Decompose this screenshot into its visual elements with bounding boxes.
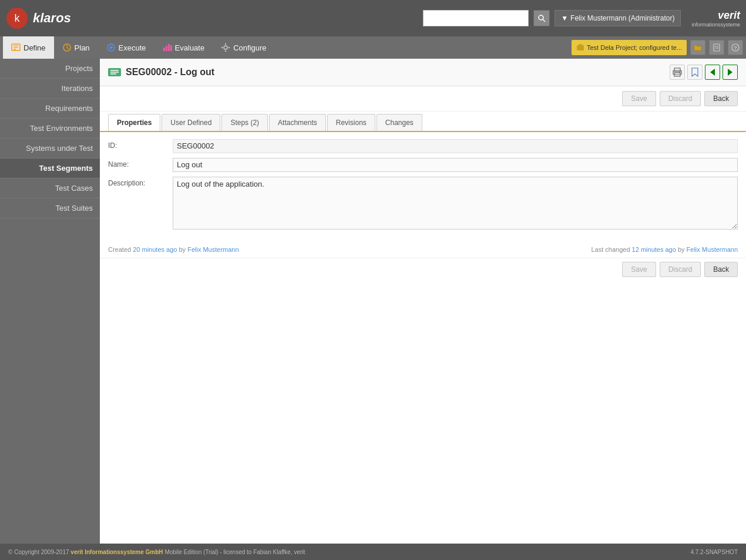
save-label-bottom: Save [631, 265, 647, 274]
changed-user[interactable]: Felix Mustermann [687, 246, 738, 253]
sidebar-item-projects[interactable]: Projects [0, 59, 100, 79]
next-button[interactable] [723, 65, 738, 80]
license-text: Mobile Edition (Trial) - licensed to Fab… [164, 549, 305, 555]
help-btn[interactable]: ? [728, 40, 743, 55]
id-value: SEG00002 [173, 139, 738, 153]
svg-rect-22 [577, 45, 584, 50]
nav-item-plan[interactable]: Plan [54, 36, 98, 59]
changed-text: Last changed [591, 246, 631, 253]
content-header: SEG00002 - Log out [100, 59, 746, 86]
tab-steps-label: Steps (2) [230, 119, 259, 127]
sidebar-item-test-suites[interactable]: Test Suites [0, 198, 100, 218]
svg-point-20 [221, 47, 223, 48]
tab-user-defined[interactable]: User Defined [162, 114, 220, 131]
sidebar-item-systems-under-test[interactable]: Systems under Test [0, 139, 100, 158]
name-row: Name: Log out [108, 158, 738, 172]
nav-item-evaluate[interactable]: Evaluate [154, 36, 213, 59]
tab-user-defined-label: User Defined [170, 119, 211, 127]
user-dropdown[interactable]: ▼ Felix Mustermann (Administrator) [555, 10, 681, 26]
description-textarea[interactable]: Log out of the application. [173, 177, 738, 230]
search-input[interactable] [423, 10, 529, 26]
tab-steps[interactable]: Steps (2) [221, 114, 268, 131]
created-text: Created [108, 246, 133, 253]
sidebar-item-test-environments[interactable]: Test Environments [0, 119, 100, 139]
svg-marker-38 [728, 69, 732, 76]
svg-point-19 [225, 50, 226, 52]
back-label-bottom: Back [713, 265, 729, 274]
nav-define-label: Define [23, 43, 46, 52]
top-right-area: ▼ Felix Mustermann (Administrator) verit… [423, 9, 740, 28]
footer-copyright: © Copyright 2009-2017 verit Informations… [8, 549, 305, 555]
segment-icon [108, 67, 121, 77]
created-time: 20 minutes ago [133, 246, 177, 253]
sidebar: Projects Iterations Requirements Test En… [0, 59, 100, 544]
sidebar-requirements-label: Requirements [45, 104, 93, 113]
sidebar-test-segments-label: Test Segments [39, 164, 93, 173]
tab-changes[interactable]: Changes [377, 114, 422, 131]
document-btn[interactable] [709, 40, 724, 55]
nav-execute-label: Execute [119, 43, 146, 52]
save-button-bottom[interactable]: Save [622, 262, 656, 277]
nav-item-configure[interactable]: Configure [213, 36, 274, 59]
prev-icon [708, 68, 717, 77]
execute-icon [106, 43, 116, 52]
footer-version: 4.7.2-SNAPSHOT [690, 549, 738, 555]
sidebar-test-environments-label: Test Environments [30, 124, 93, 133]
discard-button-bottom[interactable]: Discard [660, 262, 701, 277]
svg-marker-12 [110, 46, 113, 49]
bookmark-icon [690, 68, 700, 77]
changed-time: 12 minutes ago [632, 246, 676, 253]
bookmark-button[interactable] [687, 65, 703, 80]
nav-right: Test Dela Project; configured te... ? [572, 40, 743, 55]
tab-properties[interactable]: Properties [108, 114, 160, 131]
sidebar-test-cases-label: Test Cases [55, 184, 93, 193]
created-user[interactable]: Felix Mustermann [187, 246, 238, 253]
created-info: Created 20 minutes ago by Felix Musterma… [108, 246, 239, 253]
klaros-logo-icon: k [6, 7, 28, 29]
tabs-bar: Properties User Defined Steps (2) Attach… [100, 114, 746, 132]
svg-text:?: ? [734, 45, 737, 51]
nav-item-define[interactable]: Define [3, 36, 54, 59]
project-badge: Test Dela Project; configured te... [572, 40, 687, 55]
back-button-top[interactable]: Back [704, 91, 738, 106]
id-label: ID: [108, 139, 173, 150]
tab-revisions[interactable]: Revisions [327, 114, 375, 131]
next-icon [725, 68, 735, 77]
user-label: Felix Mustermann (Administrator) [570, 14, 674, 22]
name-value[interactable]: Log out [173, 158, 738, 172]
sidebar-item-test-segments[interactable]: Test Segments [0, 158, 100, 178]
svg-line-3 [543, 19, 545, 22]
page-footer: © Copyright 2009-2017 verit Informations… [0, 544, 746, 560]
sidebar-item-requirements[interactable]: Requirements [0, 99, 100, 119]
project-icon [576, 43, 584, 52]
svg-point-2 [539, 15, 543, 20]
help-icon: ? [731, 43, 740, 52]
tab-attachments[interactable]: Attachments [269, 114, 326, 131]
folder-btn[interactable] [690, 40, 705, 55]
configure-icon [221, 43, 230, 52]
back-button-bottom[interactable]: Back [704, 262, 738, 277]
changed-info: Last changed 12 minutes ago by Felix Mus… [591, 246, 738, 253]
form-area: ID: SEG00002 Name: Log out Description: … [100, 132, 746, 241]
search-icon [537, 14, 546, 22]
nav-item-execute[interactable]: Execute [98, 36, 154, 59]
discard-label-top: Discard [668, 95, 693, 103]
discard-button-top[interactable]: Discard [660, 91, 701, 106]
header-actions [670, 65, 738, 80]
evaluate-icon [163, 43, 172, 52]
print-button[interactable] [670, 65, 685, 80]
svg-rect-13 [163, 48, 165, 51]
sidebar-item-iterations[interactable]: Iterations [0, 79, 100, 99]
copyright-text: © Copyright 2009-2017 [8, 549, 69, 555]
save-button-top[interactable]: Save [622, 91, 656, 106]
verit-logo-text: verit [718, 9, 740, 21]
svg-text:k: k [15, 12, 21, 24]
svg-point-21 [228, 47, 230, 48]
folder-icon [694, 43, 702, 52]
sidebar-item-test-cases[interactable]: Test Cases [0, 178, 100, 198]
top-button-row: Save Discard Back [100, 86, 746, 112]
nav-left: Define Plan Execute [3, 36, 275, 59]
document-icon [713, 43, 721, 52]
search-button[interactable] [533, 10, 550, 26]
prev-button[interactable] [705, 65, 720, 80]
